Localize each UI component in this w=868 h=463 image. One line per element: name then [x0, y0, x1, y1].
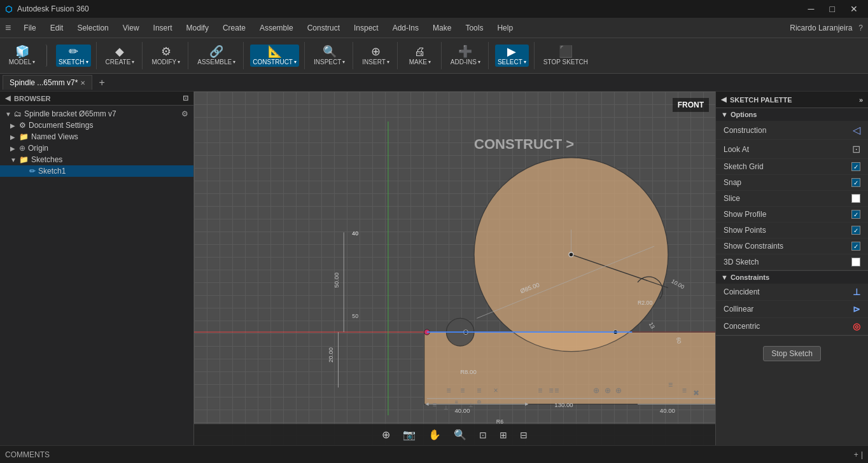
menu-assemble[interactable]: Assemble	[253, 21, 300, 35]
look-at-icon[interactable]: ⊡	[852, 143, 860, 155]
palette-row-sketch-grid[interactable]: Sketch Grid	[716, 159, 868, 175]
tree-settings-root[interactable]: ⚙	[181, 109, 188, 118]
menu-create[interactable]: Create	[216, 21, 252, 35]
palette-row-snap[interactable]: Snap	[716, 175, 868, 191]
show-points-label: Show Points	[724, 226, 851, 235]
inspect-button[interactable]: 🔍 INSPECT ▾	[311, 45, 347, 67]
camera-button[interactable]: 📷	[399, 427, 419, 442]
pan-button[interactable]: ✋	[424, 427, 445, 442]
app-logo: ⬡	[5, 4, 12, 14]
zoom-button[interactable]: 🔍	[450, 427, 470, 442]
menu-insert[interactable]: Insert	[147, 21, 179, 35]
comments-expand-icon[interactable]: +	[854, 450, 858, 459]
menu-make[interactable]: Make	[426, 21, 458, 35]
svg-text:40: 40	[352, 230, 358, 237]
palette-row-3d-sketch[interactable]: 3D Sketch	[716, 254, 868, 270]
menu-file[interactable]: File	[17, 21, 42, 35]
grid-button[interactable]: ⊞	[496, 429, 511, 441]
window-minimize[interactable]: ─	[803, 3, 820, 15]
palette-collapse-icon[interactable]: ◀	[721, 95, 726, 104]
palette-row-collinear[interactable]: Collinear ⊳	[716, 301, 868, 318]
palette-row-show-profile[interactable]: Show Profile	[716, 207, 868, 223]
palette-section-constraints-header[interactable]: ▼ Constraints	[716, 271, 868, 284]
show-constraints-checkbox[interactable]	[851, 242, 860, 251]
model-button[interactable]: 🧊 MODEL ▾	[3, 45, 47, 67]
show-points-checkbox[interactable]	[851, 226, 860, 235]
svg-text:≡: ≡	[549, 386, 554, 395]
menu-inspect[interactable]: Inspect	[347, 21, 385, 35]
tree-item-sketch1[interactable]: ✏ Sketch1	[0, 165, 193, 177]
insert-button[interactable]: ⊕ INSERT ▾	[360, 45, 392, 67]
tab-close[interactable]: ✕	[80, 79, 85, 86]
browser-title: BROWSER	[14, 95, 50, 102]
display-button[interactable]: ⊟	[516, 429, 531, 441]
toolbar-make-group: 🖨 MAKE ▾	[399, 42, 442, 69]
menu-construct[interactable]: Construct	[301, 21, 346, 35]
select-button[interactable]: ▶ SELECT ▾	[495, 45, 529, 67]
menu-edit[interactable]: Edit	[44, 21, 70, 35]
window-maximize[interactable]: □	[825, 3, 840, 15]
svg-text:⊕: ⊕	[615, 386, 622, 395]
addins-button[interactable]: ➕ ADD-INS ▾	[448, 45, 483, 67]
orbit-button[interactable]: ⊕	[378, 427, 394, 442]
tree-item-sketches[interactable]: ▼ 📁 Sketches	[0, 154, 193, 165]
palette-row-coincident[interactable]: Coincident ⊥	[716, 284, 868, 301]
menu-view[interactable]: View	[116, 21, 146, 35]
menu-selection[interactable]: Selection	[71, 21, 115, 35]
stop-sketch-palette-button[interactable]: Stop Sketch	[763, 346, 821, 361]
construct-button[interactable]: 📐 CONSTRUCT ▾	[250, 45, 299, 67]
3d-sketch-checkbox[interactable]	[851, 258, 860, 266]
3d-sketch-label: 3D Sketch	[724, 258, 851, 266]
sketch-button[interactable]: ✏ SKETCH ▾	[56, 45, 91, 67]
tree-arrow-doc: ▶	[10, 122, 17, 129]
tree-item-named-views[interactable]: ▶ 📁 Named Views	[0, 131, 193, 142]
toolbar: 🧊 MODEL ▾ ✏ SKETCH ▾ ◆ CREATE ▾ ⚙ MODIFY…	[0, 38, 868, 74]
browser-collapse-icon[interactable]: ◀	[5, 94, 10, 102]
palette-row-slice[interactable]: Slice	[716, 191, 868, 207]
canvas-area[interactable]: FRONT CONSTRUCT > 50.00 20.00	[194, 92, 715, 445]
inspect-label: INSPECT ▾	[314, 59, 345, 66]
palette-row-construction[interactable]: Construction ◁	[716, 121, 868, 140]
stop-sketch-label: STOP SKETCH	[543, 59, 588, 66]
tree-item-root[interactable]: ▼ 🗂 Spindle bracket Ø65mm v7 ⚙	[0, 108, 193, 120]
tree-item-origin[interactable]: ▶ ⊕ Origin	[0, 142, 193, 154]
main-layout: ◀ BROWSER ⊡ ▼ 🗂 Spindle bracket Ø65mm v7…	[0, 92, 868, 445]
window-close[interactable]: ✕	[845, 3, 863, 15]
palette-content: ▼ Options Construction ◁ Look At ⊡ Sketc…	[716, 108, 868, 445]
slice-checkbox[interactable]	[851, 194, 860, 203]
titlebar-controls[interactable]: ─ □ ✕	[803, 3, 863, 15]
create-button[interactable]: ◆ CREATE ▾	[103, 45, 137, 67]
palette-section-options-header[interactable]: ▼ Options	[716, 108, 868, 121]
help-icon[interactable]: ?	[858, 24, 863, 32]
main-tab[interactable]: Spindle ...65mm v7* ✕	[3, 75, 92, 90]
make-button[interactable]: 🖨 MAKE ▾	[404, 45, 436, 67]
palette-expand-icon[interactable]: »	[859, 96, 863, 104]
palette-row-show-points[interactable]: Show Points	[716, 223, 868, 238]
palette-row-look-at[interactable]: Look At ⊡	[716, 140, 868, 159]
assemble-button[interactable]: 🔗 ASSEMBLE ▾	[195, 45, 238, 67]
zoom-fit-button[interactable]: ⊡	[475, 429, 491, 441]
menu-add-ins[interactable]: Add-Ins	[386, 21, 425, 35]
svg-text:50: 50	[352, 313, 358, 319]
menu-tools[interactable]: Tools	[459, 21, 489, 35]
stop-sketch-button[interactable]: ⬛ STOP SKETCH	[541, 45, 591, 67]
svg-text:10.00: 10.00	[670, 278, 685, 291]
slice-label: Slice	[724, 194, 851, 203]
sketch-grid-checkbox[interactable]	[851, 162, 860, 171]
snap-checkbox[interactable]	[851, 178, 860, 187]
modify-button[interactable]: ⚙ MODIFY ▾	[149, 45, 183, 67]
browser-expand-icon[interactable]: ⊡	[183, 94, 188, 102]
show-constraints-label: Show Constraints	[724, 242, 851, 251]
tab-add-button[interactable]: +	[94, 74, 109, 91]
user-name: Ricardo Laranjeira	[790, 24, 852, 32]
tree-arrow-origin: ▶	[10, 145, 17, 152]
canvas[interactable]: FRONT CONSTRUCT > 50.00 20.00	[194, 92, 715, 445]
constraints-label: Constraints	[731, 273, 769, 281]
palette-row-show-constraints[interactable]: Show Constraints	[716, 238, 868, 254]
palette-row-concentric[interactable]: Concentric ◎	[716, 318, 868, 335]
menu-modify[interactable]: Modify	[180, 21, 215, 35]
tree-item-doc-settings[interactable]: ▶ ⚙ Document Settings	[0, 120, 193, 131]
construction-icon[interactable]: ◁	[853, 124, 860, 136]
menu-help[interactable]: Help	[491, 21, 519, 35]
show-profile-checkbox[interactable]	[851, 210, 860, 219]
